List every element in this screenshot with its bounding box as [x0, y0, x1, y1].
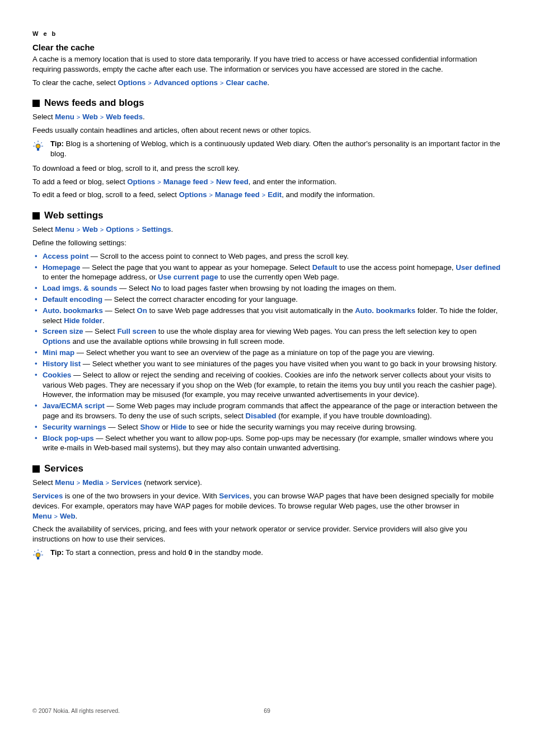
heading-services: Services [44, 463, 83, 474]
page-category: W e b [32, 30, 502, 37]
list-item: Default encoding — Select the correct ch… [32, 295, 502, 305]
svg-line-9 [34, 551, 35, 552]
text-services-select: Select Menu > Media > Services (network … [32, 478, 502, 488]
svg-point-7 [36, 553, 40, 557]
chevron-icon: > [220, 79, 223, 87]
text-define-settings: Define the following settings: [32, 238, 502, 248]
chevron-icon: > [100, 113, 104, 122]
setting-load-imgs-sounds: Load imgs. & sounds [43, 284, 117, 292]
list-item: Load imgs. & sounds — Select No to load … [32, 283, 502, 293]
svg-point-0 [36, 144, 40, 148]
chevron-icon: > [210, 178, 214, 186]
ui-menu: Menu [55, 112, 74, 122]
key-zero: 0 [189, 548, 193, 557]
ui-web: Web [82, 112, 98, 122]
tip-body: Tip: To start a connection, press and ho… [50, 548, 502, 558]
ui-default: Default [312, 263, 338, 272]
setting-access-point: Access point [43, 252, 88, 260]
chevron-icon: > [77, 479, 80, 487]
text-cache-desc: A cache is a memory location that is use… [32, 54, 502, 74]
page-number: 69 [264, 707, 270, 714]
chevron-icon: > [106, 479, 109, 487]
section-marker-icon [32, 100, 40, 107]
chevron-icon: > [209, 191, 213, 199]
list-item: Java/ECMA script — Some Web pages may in… [32, 401, 502, 421]
ui-edit: Edit [268, 190, 282, 200]
ui-new-feed: New feed [216, 177, 249, 187]
text-feeds-desc: Feeds usually contain headlines and arti… [32, 125, 502, 136]
heading-web-settings: Web settings [44, 210, 103, 221]
text-services-desc: Services is one of the two browsers in y… [32, 491, 502, 521]
ui-use-current-page: Use current page [158, 273, 218, 281]
setting-security-warnings: Security warnings [43, 423, 106, 431]
svg-rect-6 [37, 148, 39, 151]
tip-body: Tip: Blog is a shortening of Weblog, whi… [50, 139, 502, 159]
setting-cookies: Cookies [43, 371, 71, 379]
text-cache-howto: To clear the cache, select Options > Adv… [32, 78, 502, 88]
list-item: History list — Select whether you want t… [32, 359, 502, 369]
list-item: Block pop-ups — Select whether you want … [32, 433, 502, 454]
ui-options: Options [179, 190, 207, 200]
chevron-icon: > [54, 512, 57, 521]
section-marker-icon [32, 212, 40, 220]
ui-menu: Menu [55, 478, 74, 488]
ui-settings: Settings [142, 225, 171, 235]
svg-line-2 [34, 142, 35, 143]
ui-web-feeds: Web feeds [106, 112, 143, 122]
text-settings-select: Select Menu > Web > Options > Settings. [32, 225, 502, 235]
chevron-icon: > [77, 226, 80, 234]
page-footer: © 2007 Nokia. All rights reserved. 69 [32, 707, 502, 714]
ui-menu: Menu [55, 225, 74, 235]
list-item: Homepage — Select the page that you want… [32, 263, 502, 283]
setting-java-ecma: Java/ECMA script [43, 402, 105, 410]
ui-clear-cache: Clear cache [226, 78, 267, 88]
setting-history-list: History list [43, 360, 81, 368]
setting-mini-map: Mini map [43, 348, 74, 357]
tip-icon [32, 140, 44, 153]
chevron-icon: > [77, 113, 80, 122]
ui-full-screen: Full screen [117, 327, 156, 335]
list-item: Security warnings — Select Show or Hide … [32, 422, 502, 432]
svg-rect-13 [37, 557, 39, 559]
ui-menu: Menu [32, 511, 51, 521]
chevron-icon: > [157, 178, 161, 186]
ui-services: Services [32, 492, 63, 500]
ui-manage-feed: Manage feed [163, 177, 208, 187]
chevron-icon: > [148, 79, 151, 87]
ui-hide-folder: Hide folder [64, 316, 102, 325]
ui-auto-bookmarks-folder: Auto. bookmarks [355, 306, 415, 315]
ui-options: Options [43, 337, 71, 346]
ui-hide: Hide [171, 423, 187, 431]
list-item: Mini map — Select whether you want to se… [32, 348, 502, 358]
list-item: Access point — Scroll to the access poin… [32, 251, 502, 262]
text-feed-download: To download a feed or blog, scroll to it… [32, 164, 502, 174]
list-item: Auto. bookmarks — Select On to save Web … [32, 306, 502, 326]
ui-services: Services [111, 478, 142, 488]
heading-clear-cache: Clear the cache [32, 43, 502, 52]
ui-no: No [151, 284, 161, 292]
text-services-check: Check the availability of services, pric… [32, 524, 502, 544]
tip-icon [32, 549, 44, 562]
text-feeds-select: Select Menu > Web > Web feeds. [32, 112, 502, 122]
list-item: Cookies — Select to allow or reject the … [32, 370, 502, 400]
ui-web: Web [60, 511, 76, 521]
text-feed-add: To add a feed or blog, select Options > … [32, 177, 502, 187]
ui-media: Media [82, 478, 103, 488]
ui-on: On [137, 306, 147, 315]
svg-line-3 [41, 142, 42, 143]
ui-options: Options [127, 177, 155, 187]
ui-options: Options [106, 225, 134, 235]
ui-advanced-options: Advanced options [154, 78, 218, 88]
settings-list: Access point — Scroll to the access poin… [32, 251, 502, 453]
setting-block-popups: Block pop-ups [43, 434, 94, 442]
list-item: Screen size — Select Full screen to use … [32, 326, 502, 347]
setting-homepage: Homepage [43, 263, 80, 272]
ui-services: Services [219, 492, 250, 500]
ui-manage-feed: Manage feed [215, 190, 260, 200]
chevron-icon: > [262, 191, 265, 199]
ui-options: Options [118, 78, 146, 88]
text-feed-edit: To edit a feed or blog, scroll to a feed… [32, 190, 502, 200]
heading-news-feeds: News feeds and blogs [44, 97, 144, 109]
ui-show: Show [140, 423, 160, 431]
chevron-icon: > [136, 226, 139, 234]
